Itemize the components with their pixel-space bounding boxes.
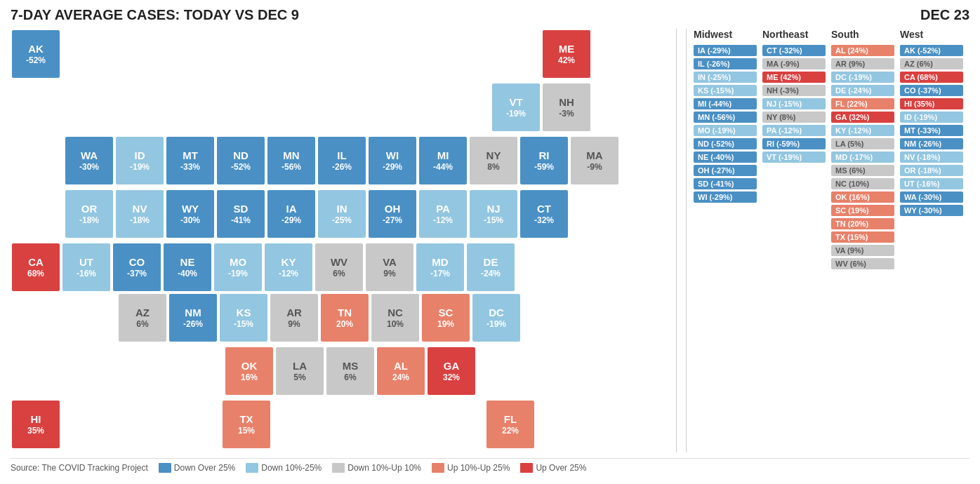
south-AL: AL (24%) — [831, 45, 894, 56]
state-OK: OK16% — [225, 347, 273, 395]
ne-PA: PA (-12%) — [762, 125, 826, 136]
state-WY: WY-30% — [166, 190, 214, 238]
state-DE: DE-24% — [467, 243, 515, 291]
west-UT: UT (-16%) — [900, 178, 963, 189]
midwest-ND: ND (-52%) — [694, 138, 757, 149]
region-northeast: Northeast CT (-32%) MA (-9%) ME (42%) NH… — [762, 29, 826, 269]
legend-label-neutral: Down 10%-Up 10% — [347, 463, 421, 473]
south-WV: WV (6%) — [831, 258, 894, 269]
west-NM: NM (-26%) — [900, 138, 963, 149]
state-NY: NY8% — [470, 137, 517, 184]
legend-up-over-25: Up Over 25% — [520, 463, 586, 473]
state-MA: MA-9% — [571, 137, 618, 184]
south-TX: TX (15%) — [831, 231, 894, 243]
state-GA: GA32% — [428, 347, 475, 395]
right-panel: Midwest IA (-29%) IL (-26%) IN (-25%) KS… — [686, 29, 969, 452]
state-NC: NC10% — [371, 294, 419, 342]
west-WY: WY (-30%) — [900, 205, 963, 216]
south-DE: DE (-24%) — [831, 85, 894, 96]
region-midwest: Midwest IA (-29%) IL (-26%) IN (-25%) KS… — [694, 29, 757, 269]
state-WI: WI-29% — [369, 137, 416, 184]
state-ME: ME42% — [543, 30, 590, 78]
page-date: DEC 23 — [920, 7, 969, 23]
state-MI: MI-44% — [419, 137, 467, 184]
midwest-SD: SD (-41%) — [694, 178, 757, 189]
state-DC: DC-19% — [472, 294, 520, 342]
south-NC: NC (10%) — [831, 178, 894, 189]
south-MD: MD (-17%) — [831, 152, 894, 163]
south-DC: DC (-19%) — [831, 72, 894, 83]
state-VA: VA9% — [366, 243, 413, 291]
state-KY: KY-12% — [265, 243, 312, 291]
legend-label-up-10-25: Up 10%-Up 25% — [447, 463, 510, 473]
state-WA: WA-30% — [65, 137, 113, 184]
south-VA: VA (9%) — [831, 245, 894, 256]
legend-label-down-over-25: Down Over 25% — [174, 463, 235, 473]
state-MO: MO-19% — [214, 243, 262, 291]
midwest-KS: KS (-15%) — [694, 85, 757, 96]
midwest-OH: OH (-27%) — [694, 165, 757, 176]
midwest-IL: IL (-26%) — [694, 58, 757, 69]
state-WV: WV6% — [315, 243, 363, 291]
south-FL: FL (22%) — [831, 98, 894, 109]
ne-RI: RI (-59%) — [762, 138, 826, 149]
state-AL: AL24% — [377, 347, 425, 395]
west-MT: MT (-33%) — [900, 125, 963, 136]
state-AZ: AZ6% — [119, 294, 166, 342]
state-IN: IN-25% — [318, 190, 366, 238]
south-MS: MS (6%) — [831, 165, 894, 176]
state-FL: FL22% — [486, 401, 534, 448]
midwest-MI: MI (-44%) — [694, 98, 757, 109]
south-LA: LA (5%) — [831, 138, 894, 149]
legend-label-up-over-25: Up Over 25% — [536, 463, 586, 473]
midwest-header: Midwest — [694, 29, 757, 40]
midwest-IN: IN (-25%) — [694, 72, 757, 83]
west-AZ: AZ (6%) — [900, 58, 963, 69]
south-AR: AR (9%) — [831, 58, 894, 69]
state-MS: MS6% — [326, 347, 374, 395]
state-NJ: NJ-15% — [470, 190, 517, 238]
legend-color-up-over-25 — [520, 463, 533, 473]
state-UT: UT-16% — [62, 243, 110, 291]
west-ID: ID (-19%) — [900, 112, 963, 123]
state-AK-r0: AK-52% — [12, 30, 60, 78]
west-CA: CA (68%) — [900, 72, 963, 83]
south-SC: SC (19%) — [831, 205, 894, 216]
state-CO: CO-37% — [113, 243, 161, 291]
state-MD: MD-17% — [416, 243, 464, 291]
midwest-WI: WI (-29%) — [694, 191, 757, 203]
state-CA: CA68% — [12, 243, 60, 291]
legend-down-10-25: Down 10%-25% — [246, 463, 322, 473]
legend-label-down-10-25: Down 10%-25% — [261, 463, 322, 473]
state-IA: IA-29% — [267, 190, 315, 238]
source-text: Source: The COVID Tracking Project — [11, 463, 148, 473]
region-south: South AL (24%) AR (9%) DC (-19%) DE (-24… — [831, 29, 894, 269]
state-TX: TX15% — [223, 401, 270, 448]
legend-neutral: Down 10%-Up 10% — [332, 463, 421, 473]
ne-ME: ME (42%) — [762, 72, 826, 83]
south-TN: TN (20%) — [831, 218, 894, 229]
state-OR: OR-18% — [65, 190, 113, 238]
west-WA: WA (-30%) — [900, 191, 963, 203]
south-GA: GA (32%) — [831, 112, 894, 123]
west-header: West — [900, 29, 963, 40]
legend-color-down-10-25 — [246, 463, 258, 473]
west-NV: NV (-18%) — [900, 152, 963, 163]
west-OR: OR (-18%) — [900, 165, 963, 176]
state-CT: CT-32% — [520, 190, 568, 238]
west-HI: HI (35%) — [900, 98, 963, 109]
legend-down-over-25: Down Over 25% — [159, 463, 235, 473]
state-NM: NM-26% — [169, 294, 217, 342]
state-RI: RI-59% — [520, 137, 568, 184]
legend-color-up-10-25 — [432, 463, 444, 473]
ne-NJ: NJ (-15%) — [762, 98, 826, 109]
state-VT: VT-19% — [492, 83, 540, 131]
south-KY: KY (-12%) — [831, 125, 894, 136]
legend-color-neutral — [332, 463, 345, 473]
footer: Source: The COVID Tracking Project Down … — [11, 458, 969, 473]
south-header: South — [831, 29, 894, 40]
west-CO: CO (-37%) — [900, 85, 963, 96]
map-grid: AK-52% ME42% — [11, 29, 670, 452]
state-PA: PA-12% — [419, 190, 467, 238]
page-title: 7-DAY AVERAGE CASES: TODAY VS DEC 9 — [11, 7, 299, 23]
